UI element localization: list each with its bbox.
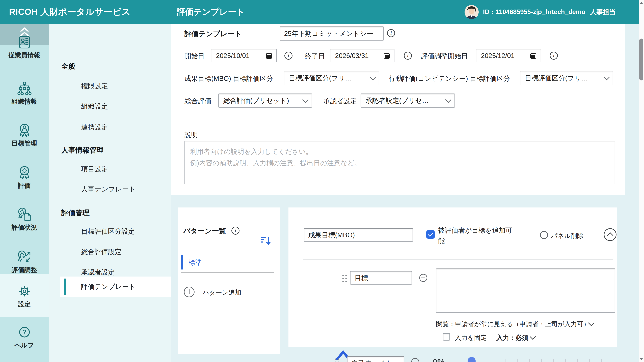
slider-tick (602, 359, 602, 362)
star-badge-icon (16, 165, 32, 180)
menu-item-permission-settings[interactable]: 権限設定 (81, 81, 108, 90)
end-date-info-icon[interactable] (404, 52, 412, 60)
adjust-date-label: 評価調整開始日 (421, 52, 468, 61)
adjust-date-input[interactable]: 2025/12/01 (476, 49, 541, 62)
id-card-icon (16, 34, 32, 50)
pattern-list-divider (181, 273, 274, 273)
slider-tick (493, 359, 494, 362)
template-name-input[interactable] (280, 26, 384, 40)
allow-add-goal-checkbox[interactable] (426, 230, 435, 239)
sidebar-item-org-info[interactable]: 組織情報 (0, 81, 49, 106)
approver-select[interactable]: 承認者設定(プリセ… (360, 93, 455, 108)
menu-item-integration-settings[interactable]: 連携設定 (81, 123, 108, 132)
menu-section-evaluation-management: 評価管理 (62, 208, 90, 218)
sidebar-item-settings[interactable]: 設定 (0, 284, 49, 309)
self-weight-input[interactable] (347, 356, 404, 362)
sidebar-item-goal-management[interactable]: 目標管理 (0, 123, 49, 148)
user-role: 人事担当 (590, 7, 616, 16)
user-info[interactable]: ID：1104685955-zjp_hrtech_demo 人事担当 (483, 0, 616, 24)
sidebar-item-label: ヘルプ (14, 341, 34, 350)
calendar-icon (266, 52, 272, 59)
goal-badge-icon (16, 123, 32, 138)
slider-tick (589, 359, 590, 362)
competency-category-select[interactable]: 目標評価区分(プリ… (520, 71, 613, 85)
weight-percent-value: 0% (433, 357, 445, 362)
evaluation-status-icon (16, 207, 32, 222)
scrollbar-down-arrow[interactable] (640, 358, 643, 360)
remove-field-icon[interactable] (419, 274, 427, 282)
sort-icon[interactable] (260, 236, 271, 246)
chevron-down-icon (302, 97, 308, 103)
template-name-label: 評価テンプレート (184, 29, 242, 38)
menu-item-approver-settings[interactable]: 承認者設定 (81, 268, 115, 277)
user-id: ID：1104685955-zjp_hrtech_demo (483, 7, 585, 16)
goal-field-label-input[interactable] (350, 271, 412, 285)
help-icon: ? (16, 325, 32, 340)
slider-tick (565, 359, 566, 362)
fix-input-label: 入力を固定 (455, 334, 487, 342)
description-textarea[interactable] (184, 141, 615, 184)
calendar-icon (530, 52, 537, 59)
scrollbar-up-arrow[interactable] (640, 2, 643, 4)
pattern-active-bar (181, 255, 183, 270)
app-title: RICOH 人財ポータルサービス (9, 0, 131, 24)
chevron-down-icon (604, 74, 610, 80)
menu-item-organization-settings[interactable]: 組織設定 (81, 102, 108, 111)
delete-panel-icon[interactable] (540, 231, 548, 239)
drag-handle-icon[interactable] (342, 274, 348, 283)
mbo-category-select[interactable]: 目標評価区分(プリ… (284, 71, 379, 85)
sidebar-item-evaluation[interactable]: 評価 (0, 165, 49, 190)
chevron-down-icon (370, 74, 376, 80)
evaluation-adjust-icon (16, 249, 32, 265)
description-label: 説明 (184, 130, 198, 139)
scrollbar-thumb[interactable] (639, 38, 643, 80)
header-bar: RICOH 人財ポータルサービス 評価テンプレート ID：1104685955-… (0, 0, 639, 24)
sidebar-item-label: 目標管理 (12, 139, 37, 148)
pattern-list-info-icon[interactable] (232, 227, 240, 235)
menu-section-general: 全般 (62, 62, 76, 71)
drag-handle-icon[interactable] (334, 358, 340, 362)
avatar[interactable] (464, 5, 479, 19)
goal-content-textarea[interactable] (436, 269, 615, 313)
start-date-input[interactable]: 2025/10/01 (211, 49, 277, 62)
page-title: 評価テンプレート (177, 0, 245, 24)
collapse-panel-button[interactable] (604, 228, 616, 241)
sidebar-item-label: 従業員情報 (8, 51, 40, 60)
overall-eval-select[interactable]: 総合評価(プリセット) (218, 93, 312, 108)
add-pattern-icon[interactable] (184, 287, 194, 297)
active-item-bar (64, 279, 66, 295)
end-date-input[interactable]: 2026/03/31 (330, 49, 394, 62)
menu-item-eval-template[interactable]: 評価テンプレート (81, 282, 136, 291)
sidebar-item-label: 評価 (18, 181, 31, 190)
add-pattern-button[interactable]: パターン追加 (202, 288, 241, 297)
fix-input-checkbox[interactable] (443, 333, 450, 341)
start-date-info-icon[interactable] (284, 52, 292, 60)
menu-item-item-settings[interactable]: 項目設定 (81, 165, 108, 174)
calendar-icon (384, 52, 390, 59)
app-window: RICOH 人財ポータルサービス 評価テンプレート ID：1104685955-… (0, 0, 644, 362)
sidebar-item-label: 設定 (18, 300, 31, 309)
org-chart-icon (16, 81, 32, 96)
panel-name-input[interactable] (304, 228, 413, 242)
sidebar-item-help[interactable]: ? ヘルプ (0, 325, 49, 350)
menu-item-hr-template[interactable]: 人事テンプレート (81, 185, 136, 194)
delete-panel-button[interactable]: パネル削除 (551, 232, 584, 240)
slider-tick (517, 359, 518, 362)
svg-text:?: ? (22, 328, 26, 336)
panel-divider (303, 259, 613, 260)
adjust-date-info-icon[interactable] (550, 52, 558, 60)
sidebar-item-evaluation-adjustment[interactable]: 評価調整 (0, 249, 49, 275)
sidebar-item-label: 評価状況 (12, 223, 37, 232)
chevron-down-icon (445, 97, 452, 103)
sidebar-item-evaluation-status[interactable]: 評価状況 (0, 207, 49, 232)
menu-item-overall-eval-settings[interactable]: 総合評価設定 (81, 247, 122, 256)
gear-icon (16, 284, 32, 299)
mbo-category-label: 成果目標(MBO) 目標評価区分 (184, 74, 273, 83)
sidebar-item-label: 組織情報 (12, 97, 37, 106)
pattern-item-standard[interactable]: 標準 (188, 258, 202, 267)
content-right-margin (625, 24, 639, 362)
slider-tick (577, 359, 578, 362)
menu-item-goal-eval-category-settings[interactable]: 目標評価区分設定 (81, 227, 135, 236)
template-info-icon[interactable] (387, 29, 395, 37)
sidebar-item-employee-info[interactable]: 従業員情報 (0, 34, 49, 60)
